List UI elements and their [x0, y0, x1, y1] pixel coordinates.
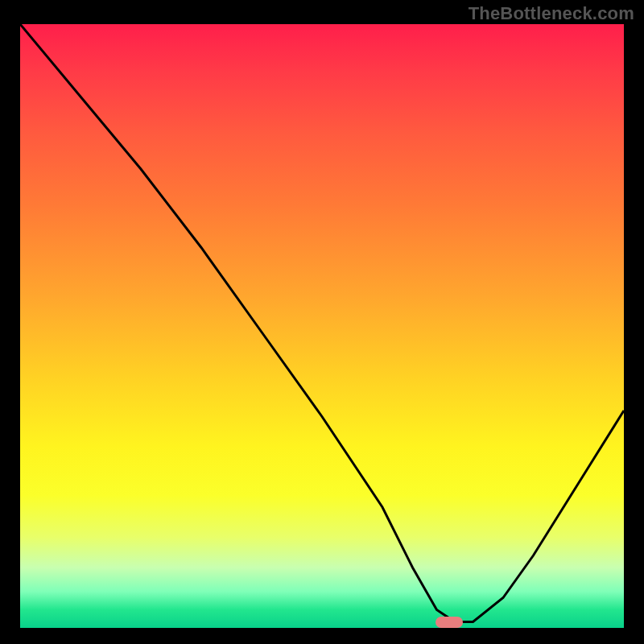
- curve-svg: [20, 24, 624, 628]
- optimal-marker: [436, 617, 463, 628]
- watermark-text: TheBottleneck.com: [469, 3, 634, 24]
- chart-container: TheBottleneck.com: [0, 0, 644, 644]
- bottleneck-curve: [20, 24, 624, 622]
- plot-area: [20, 24, 624, 628]
